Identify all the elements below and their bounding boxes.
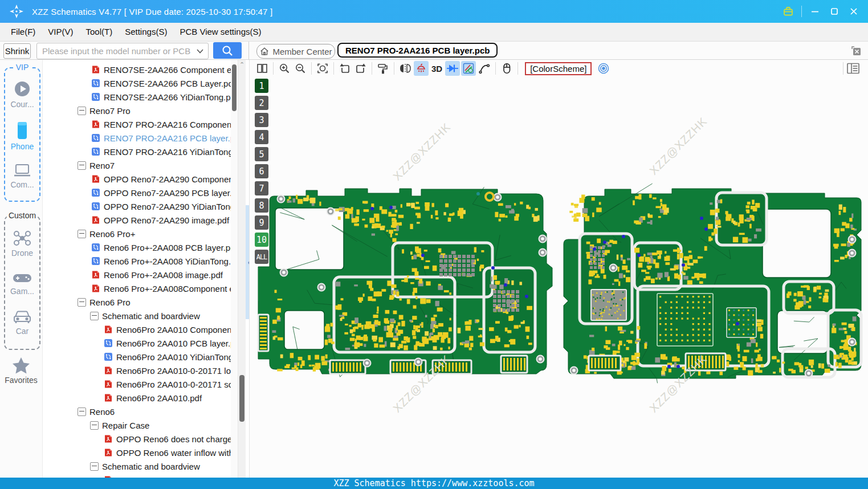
tree-file[interactable]: OPPO Reno7-2AA290 image.pdf [43,213,231,227]
measure-icon[interactable] [461,61,476,76]
menu-item-5[interactable]: PCB View settings(S) [174,23,266,41]
sidebar-item-game[interactable]: Gam... [10,271,34,296]
rotate-left-icon[interactable] [337,61,352,76]
chevron-down-icon[interactable] [197,49,203,54]
vip-briefcase-icon[interactable] [779,0,798,23]
tree-folder[interactable]: Reno6 Pro+ [43,227,231,241]
3d-view-button[interactable]: 3D [431,64,442,74]
tree-folder[interactable]: Reno6 [43,405,231,418]
tree-file[interactable]: OPPO Reno6 water inflow witho [43,446,231,459]
collapse-expander-icon[interactable] [78,161,86,170]
zoom-in-icon[interactable] [277,61,292,76]
color-scheme-button[interactable]: [ColorScheme] [525,62,592,75]
sidebar-item-car[interactable]: Car [13,309,32,336]
layer-button-10[interactable]: 10 [255,233,268,247]
layer-button-7[interactable]: 7 [255,181,268,195]
tree-folder[interactable]: Reno7 [43,158,231,172]
search-button[interactable] [213,42,242,59]
layer-button-3[interactable]: 3 [255,113,268,127]
tree-file[interactable]: RENO7SE-2AA266 Component exp [43,63,231,76]
sidebar-item-drone[interactable]: Drone [11,230,33,258]
scroll-up-icon[interactable]: ⌃ [239,61,244,68]
paint-roller-icon[interactable] [376,61,390,76]
close-icon[interactable] [844,0,863,23]
tree-file[interactable]: RENO7SE-2AA266 PCB Layer.pcb [43,76,231,90]
tree-folder[interactable]: Reno6 Pro [43,295,231,309]
tree-folder[interactable]: Schematic and boardview [43,459,231,473]
collapse-expander-icon[interactable] [78,408,86,416]
tree-folder[interactable]: Repair Case [43,418,231,432]
scrollbar-thumb[interactable] [232,64,237,111]
menu-item-3[interactable]: Tool(T) [81,23,118,41]
layer-button-8[interactable]: 8 [255,198,268,213]
sidebar-item-phone[interactable]: Phone [11,121,34,151]
tree-file[interactable]: OPPO Reno7-2AA290 PCB layer.pc [43,186,231,199]
layer-button-1[interactable]: 1 [255,79,268,93]
sidebar-item-course[interactable]: Cour... [10,80,34,109]
layer-eye-icon[interactable] [596,61,611,76]
close-document-icon[interactable] [850,44,862,57]
tree-file[interactable]: Reno6 Pro+-2AA008 YiDianTong.p [43,254,231,268]
tree-file[interactable]: Reno6Pro 2AA010-0-20171 loca [43,364,231,377]
menu-item-1[interactable]: File(F) [6,23,40,41]
split-view-icon[interactable] [255,61,270,76]
tree-file[interactable]: RENO7 PRO-2AA216 YiDianTong.p [43,145,231,158]
tree-folder[interactable]: Reno7 Pro [43,104,231,117]
document-tab[interactable]: RENO7 PRO-2AA216 PCB layer.pcb [337,43,498,58]
curve-icon[interactable] [477,61,492,76]
tree-file[interactable]: OPPO Reno6 does not charge.p [43,432,231,446]
layer-button-5[interactable]: 5 [255,147,268,161]
maximize-icon[interactable] [825,0,844,23]
rotate-right-icon[interactable] [353,61,368,76]
collapse-expander-icon[interactable] [78,107,86,115]
tree-scrollbar[interactable] [231,60,238,478]
tree-file[interactable]: Reno6 Pro+-2AA008 PCB layer.pcb [43,241,231,254]
tree-file[interactable]: Reno6Pro 2AA010 PCB layer.pcb [43,336,231,350]
scrollbar-thumb[interactable] [239,375,244,422]
tree-file[interactable]: OPPO Reno7-2AA290 Component [43,172,231,186]
side-panel-icon[interactable] [846,62,860,75]
panel-scrollbar[interactable]: ⌃ [238,60,246,478]
tree-file[interactable]: Reno6Pro 2AA010-0-20171 sche [43,377,231,391]
menu-item-4[interactable]: Settings(S) [120,23,172,41]
tree-folder[interactable]: Schematic and boardview [43,309,231,323]
pcb-board-view[interactable] [250,77,868,478]
mouse-icon[interactable] [499,61,514,76]
collapse-expander-icon[interactable] [78,298,86,307]
view-toolbar-divider [843,62,843,75]
zoom-out-icon[interactable] [293,61,308,76]
sidebar-item-computer[interactable]: Com... [10,162,34,189]
tree-file[interactable]: Reno6 Pro+-2AA008 image.pdf [43,268,231,282]
collapse-expander-icon[interactable] [90,462,99,471]
collapse-expander-icon[interactable] [90,312,99,320]
lamp-icon[interactable] [414,61,429,76]
tree-file[interactable]: RENO7 PRO-2AA216 PCB layer.pcb [43,131,231,145]
layer-button-4[interactable]: 4 [255,130,268,144]
search-input[interactable]: Please input the model number or PCB [36,43,209,59]
tree-item-label: Schematic and boardview [102,311,200,321]
sidebar-item-favorites[interactable]: Favorites [0,356,42,385]
tree-file[interactable]: RENO7SE-2AA266 YiDianTong.pcb [43,90,231,104]
menu-item-2[interactable]: VIP(V) [43,23,78,41]
minimize-icon[interactable] [805,0,825,23]
tree-file[interactable]: Reno6 Pro+-2AA008Component e [43,282,231,295]
member-center-button[interactable]: Member Center [256,44,335,59]
pcb-canvas[interactable]: XZZ@XZZHKXZZ@XZZHKXZZ@XZZHKXZZ@XZZHK [249,60,868,478]
sidebar-item-label: Cour... [10,100,34,109]
layer-button-all[interactable]: ALL [255,250,268,264]
diode-icon[interactable] [445,61,460,76]
layer-button-6[interactable]: 6 [255,164,268,178]
center-focus-icon[interactable] [315,61,330,76]
tree-file[interactable]: Reno6Pro 2AA010 Component [43,323,231,336]
collapse-expander-icon[interactable] [78,230,86,238]
layer-button-2[interactable]: 2 [255,96,268,110]
status-text: XZZ Schematics https://www.xzztools.com [333,478,534,488]
tree-file[interactable]: Reno6Pro 2AA010.pdf [43,391,231,405]
mirror-horizontal-icon[interactable] [398,61,413,76]
shrink-button[interactable]: Shrink [3,43,31,59]
tree-file[interactable]: Reno6Pro 2AA010 YiDianTong.p [43,350,231,364]
layer-button-9[interactable]: 9 [255,215,268,230]
collapse-expander-icon[interactable] [90,421,99,430]
tree-file[interactable]: OPPO Reno7-2AA290 YiDianTong. [43,199,231,213]
tree-file[interactable]: RENO7 PRO-2AA216 Component e [43,117,231,131]
